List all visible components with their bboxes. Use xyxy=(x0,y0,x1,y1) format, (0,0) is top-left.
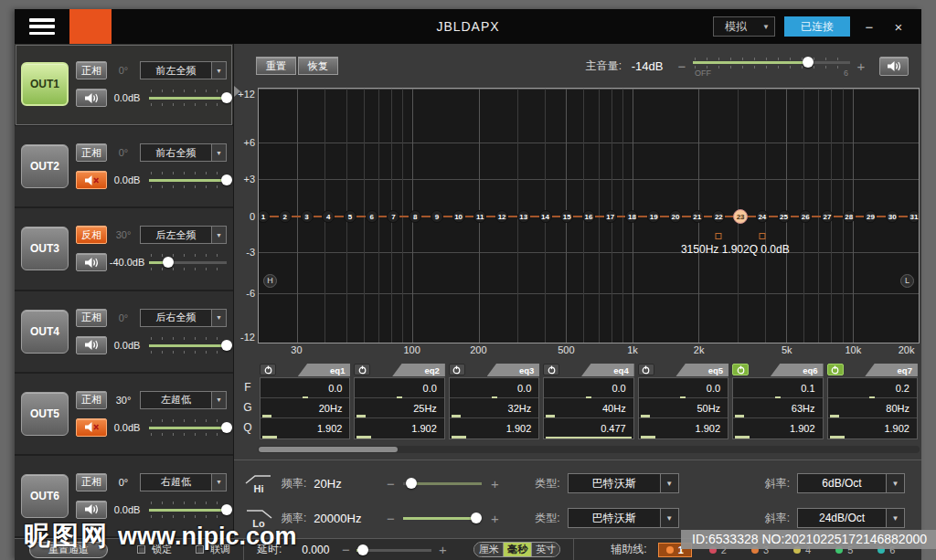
source-dropdown[interactable]: 右超低▼ xyxy=(140,473,227,491)
unit-button-厘米[interactable]: 厘米 xyxy=(474,543,503,556)
gain-slider[interactable] xyxy=(149,503,227,516)
chevron-down-icon[interactable]: ▼ xyxy=(886,509,904,527)
drag-handle-square[interactable] xyxy=(716,233,722,239)
close-button[interactable]: × xyxy=(888,19,909,35)
eq-value-field[interactable]: 1.902 xyxy=(450,418,538,438)
output-select-button[interactable]: OUT3 xyxy=(21,227,69,270)
minimize-button[interactable]: − xyxy=(859,19,879,35)
aux-line-5[interactable]: 5 xyxy=(835,544,853,555)
eq-point-13[interactable]: 13 xyxy=(517,210,530,223)
delay-slider[interactable] xyxy=(356,544,431,556)
eq-point-1[interactable]: 1 xyxy=(258,210,270,223)
eq-band-tab[interactable]: eq2 xyxy=(392,364,445,376)
connection-status-button[interactable]: 已连接 xyxy=(784,16,850,37)
mute-icon-button[interactable] xyxy=(76,171,107,189)
eq-value-field[interactable]: 1.902 xyxy=(355,418,443,438)
slider-knob[interactable] xyxy=(803,57,814,68)
phase-button[interactable]: 正相 xyxy=(76,473,107,491)
eq-band-tab[interactable]: eq4 xyxy=(581,364,634,376)
eq-point-7[interactable]: 7 xyxy=(387,210,399,223)
volume-decrease-button[interactable]: − xyxy=(673,58,691,74)
aux-line-3[interactable]: 3 xyxy=(751,544,769,555)
chevron-down-icon[interactable]: ▼ xyxy=(211,144,226,161)
frequency-slider[interactable] xyxy=(403,477,482,490)
eq-value-field[interactable]: 80Hz xyxy=(828,398,917,418)
eq-point-9[interactable]: 9 xyxy=(431,210,443,223)
volume-increase-button[interactable]: + xyxy=(852,58,870,74)
eq-value-field[interactable]: 1.902 xyxy=(261,418,349,438)
eq-graph[interactable]: 1234567891011121314151617181920212223242… xyxy=(258,88,920,343)
eq-point-19[interactable]: 19 xyxy=(647,210,660,223)
speaker-icon-button[interactable] xyxy=(76,89,107,107)
master-speaker-icon-button[interactable] xyxy=(879,57,909,76)
source-dropdown[interactable]: 前右全频▼ xyxy=(140,143,227,162)
eq-band-tab[interactable]: eq1 xyxy=(298,364,351,376)
phase-button[interactable]: 反相 xyxy=(76,226,107,244)
master-volume-slider[interactable]: OFF 6 xyxy=(693,54,850,78)
power-icon-button[interactable] xyxy=(732,364,749,375)
channel-out6[interactable]: OUT6正相0°右超低▼0.0dB xyxy=(15,456,233,538)
chevron-down-icon[interactable]: ▼ xyxy=(886,474,904,492)
aux-line-6[interactable]: 6 xyxy=(878,544,895,555)
eq-value-field[interactable]: 32Hz xyxy=(450,398,538,418)
lock-checkbox[interactable]: 锁定 xyxy=(137,543,172,556)
eq-point-8[interactable]: 8 xyxy=(409,210,421,223)
output-select-button[interactable]: OUT4 xyxy=(21,310,69,354)
mode-dropdown[interactable]: 模拟 ▼ xyxy=(713,16,775,37)
eq-point-25[interactable]: 25 xyxy=(778,210,791,223)
eq-point-26[interactable]: 26 xyxy=(799,210,812,223)
eq-band-tab[interactable]: eq6 xyxy=(771,364,824,376)
scrollbar-thumb[interactable] xyxy=(259,447,398,452)
power-icon-button[interactable] xyxy=(354,364,370,375)
eq-band-tab[interactable]: eq3 xyxy=(487,364,540,376)
eq-point-10[interactable]: 10 xyxy=(452,210,465,223)
delay-decrease-button[interactable]: − xyxy=(336,542,355,557)
channel-out1[interactable]: OUT1正相0°前左全频▼0.0dB xyxy=(15,44,233,126)
eq-point-3[interactable]: 3 xyxy=(301,210,314,223)
eq-value-field[interactable]: 50Hz xyxy=(639,398,728,418)
phase-button[interactable]: 正相 xyxy=(76,309,107,327)
eq-value-field[interactable]: 0.2 xyxy=(828,378,917,398)
gain-slider[interactable] xyxy=(149,174,227,186)
speaker-icon-button[interactable] xyxy=(76,253,107,271)
mute-icon-button[interactable] xyxy=(76,418,107,437)
eq-value-field[interactable]: 0.0 xyxy=(450,378,538,398)
checkbox-icon[interactable] xyxy=(196,545,204,554)
eq-point-5[interactable]: 5 xyxy=(344,210,356,223)
eq-horizontal-scrollbar[interactable] xyxy=(258,446,920,453)
power-icon-button[interactable] xyxy=(827,364,844,375)
aux-line-1[interactable]: 1 xyxy=(658,543,692,557)
chevron-down-icon[interactable]: ▼ xyxy=(211,310,226,326)
output-select-button[interactable]: OUT2 xyxy=(21,144,69,188)
eq-point-11[interactable]: 11 xyxy=(473,210,486,223)
phase-button[interactable]: 正相 xyxy=(76,61,107,79)
channel-out3[interactable]: OUT3反相30°后左全频▼-40.0dB xyxy=(15,208,233,291)
eq-point-12[interactable]: 12 xyxy=(495,210,508,223)
gain-slider[interactable] xyxy=(149,421,227,434)
channel-out4[interactable]: OUT4正相0°后右全频▼0.0dB xyxy=(15,291,233,374)
slider-knob[interactable] xyxy=(221,422,232,433)
power-icon-button[interactable] xyxy=(449,364,465,375)
highpass-marker[interactable]: H xyxy=(263,274,277,288)
drag-handle-square[interactable] xyxy=(759,233,765,239)
speaker-icon-button[interactable] xyxy=(76,501,107,519)
slider-knob[interactable] xyxy=(357,544,368,555)
filter-type-dropdown[interactable]: 巴特沃斯▼ xyxy=(568,508,679,528)
frequency-decrease-button[interactable]: − xyxy=(381,476,399,491)
eq-point-17[interactable]: 17 xyxy=(604,210,617,223)
eq-value-field[interactable]: 25Hz xyxy=(355,398,443,418)
gain-slider[interactable] xyxy=(149,91,227,104)
output-select-button[interactable]: OUT1 xyxy=(21,62,69,106)
output-select-button[interactable]: OUT6 xyxy=(21,474,69,518)
eq-point-4[interactable]: 4 xyxy=(322,210,335,223)
channel-out5[interactable]: OUT5正相30°左超低▼0.0dB xyxy=(15,374,233,456)
aux-line-4[interactable]: 4 xyxy=(793,544,811,555)
eq-point-22[interactable]: 22 xyxy=(712,210,725,223)
eq-point-20[interactable]: 20 xyxy=(669,210,682,223)
chevron-down-icon[interactable]: ▼ xyxy=(211,474,226,491)
source-dropdown[interactable]: 后左全频▼ xyxy=(140,226,227,244)
eq-value-field[interactable]: 1.902 xyxy=(828,418,917,438)
lowpass-marker[interactable]: L xyxy=(900,274,914,288)
channel-out2[interactable]: OUT2正相0°前右全频▼0.0dB xyxy=(15,126,233,208)
chevron-down-icon[interactable]: ▼ xyxy=(660,474,678,492)
